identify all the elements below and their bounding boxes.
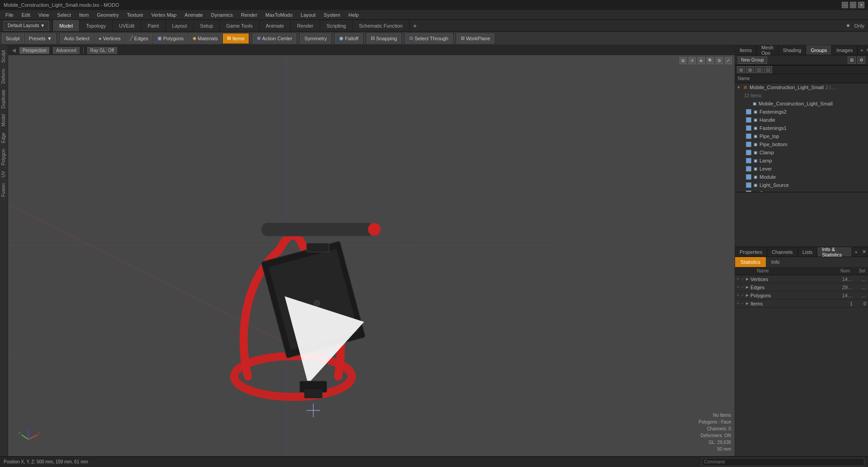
groups-filter-btn1[interactable]: ⊙ [737, 66, 745, 73]
presets-button[interactable]: Presets ▼ [25, 33, 56, 43]
groups-filter-btn3[interactable]: □ [755, 66, 763, 73]
sculpt-button[interactable]: Sculpt [2, 33, 24, 43]
tab-model[interactable]: Model [53, 20, 80, 31]
tab-topology[interactable]: Topology [80, 20, 113, 31]
tab-uvedit[interactable]: UVEdit [113, 20, 141, 31]
groups-filter-btn2[interactable]: ⊙ [746, 66, 754, 73]
snapping-button[interactable]: ⊟ Snapping [367, 33, 401, 43]
vertices-button[interactable]: ● Vertices [94, 33, 125, 43]
left-tab-edge[interactable]: Edge [0, 129, 8, 146]
items-button[interactable]: ⊞ Items [223, 33, 249, 43]
tree-check-2[interactable] [746, 117, 751, 123]
row-plus-polygons[interactable]: + [737, 293, 741, 297]
tree-check-4[interactable] [746, 133, 751, 139]
tree-row-10[interactable]: ▣ Light_Source [735, 181, 868, 189]
groups-expand-button[interactable]: ⊞ [848, 57, 856, 64]
tree-check-8[interactable] [746, 166, 751, 172]
viewport-expand-icon[interactable]: ⤢ [725, 57, 732, 64]
stats-row-vertices[interactable]: + − ▶ Vertices 14… … [735, 275, 868, 283]
tree-row-root[interactable]: ▼ ⊞ Mobile_Construction_Light_Small 2 ) … [735, 83, 868, 91]
rp-tab-shading[interactable]: Shading [778, 45, 806, 55]
menu-animate[interactable]: Animate [181, 11, 206, 19]
viewport-frame-icon[interactable]: ⊞ [679, 57, 687, 64]
menu-vertex-map[interactable]: Vertex Map [148, 11, 180, 19]
materials-button[interactable]: ◆ Materials [189, 33, 222, 43]
info-tab[interactable]: Info [766, 257, 785, 267]
tree-check-3[interactable] [746, 125, 751, 131]
tree-check-7[interactable] [746, 158, 751, 163]
perspective-button[interactable]: Perspective [19, 47, 49, 54]
tab-scripting[interactable]: Scripting [320, 20, 353, 31]
stats-row-items[interactable]: + − ▶ Items 1 0 [735, 300, 868, 308]
right-panel-close-icon[interactable]: ✕ [866, 48, 868, 52]
tree-check-9[interactable] [746, 174, 751, 180]
menu-system[interactable]: System [320, 11, 344, 19]
left-tab-deform[interactable]: Deform [0, 66, 8, 86]
command-label[interactable]: Command [704, 459, 725, 464]
viewport-nav-left[interactable]: ◀ [12, 47, 16, 53]
row-plus-items[interactable]: + [737, 301, 741, 305]
tab-render[interactable]: Render [291, 20, 320, 31]
rp-tab-mesh-ops[interactable]: Mesh Ops [757, 45, 778, 55]
tree-row-8[interactable]: ▣ Lever [735, 165, 868, 173]
menu-geometry[interactable]: Geometry [93, 11, 122, 19]
new-group-button[interactable]: New Group [738, 57, 767, 64]
groups-filter-btn4[interactable]: □ [764, 66, 772, 73]
row-plus-edges[interactable]: + [737, 285, 741, 289]
close-button[interactable]: ✕ [858, 2, 864, 8]
select-through-button[interactable]: ⊙ Select Through [405, 33, 452, 43]
minimize-button[interactable]: ─ [842, 2, 848, 8]
menu-select[interactable]: Select [53, 11, 75, 19]
tab-schematic[interactable]: Schematic Function [353, 20, 410, 31]
menu-render[interactable]: Render [237, 11, 261, 19]
groups-settings-button[interactable]: ⚙ [857, 57, 865, 64]
menu-dynamics[interactable]: Dynamics [208, 11, 236, 19]
row-arrow-polygons[interactable]: ▶ [746, 293, 750, 297]
tree-row-3[interactable]: ▣ Fastenings1 [735, 124, 868, 132]
action-center-button[interactable]: ⊕ Action Center [253, 33, 297, 43]
left-tab-polygon[interactable]: Polygon [0, 146, 8, 168]
stats-row-edges[interactable]: + − ▶ Edges 29… … [735, 283, 868, 291]
stats-row-polygons[interactable]: + − ▶ Polygons 14… … [735, 291, 868, 300]
tab-paint[interactable]: Paint [141, 20, 165, 31]
menu-view[interactable]: View [35, 11, 53, 19]
tree-row-0[interactable]: ▣ Mobile_Construction_Light_Small [735, 100, 868, 108]
maximize-button[interactable]: □ [850, 2, 856, 8]
auto-select-button[interactable]: Auto Select [60, 33, 94, 43]
viewport-refresh-icon[interactable]: ↺ [689, 57, 696, 64]
bt-close-button[interactable]: ✕ [860, 247, 868, 257]
workplane-button[interactable]: ⊠ WorkPlane [457, 33, 495, 43]
bt-tab-lists[interactable]: Lists [798, 247, 818, 257]
falloff-button[interactable]: ◉ Falloff [335, 33, 363, 43]
menu-help[interactable]: Help [345, 11, 363, 19]
bt-tab-channels[interactable]: Channels [767, 247, 797, 257]
viewport-search-icon[interactable]: 🔍 [707, 57, 714, 64]
menu-maxtomodo[interactable]: MaxToModo [262, 11, 296, 19]
tree-check-6[interactable] [746, 150, 751, 155]
tab-layout[interactable]: Layout [166, 20, 194, 31]
tree-row-7[interactable]: ▣ Lamp [735, 157, 868, 165]
add-layout-tab-button[interactable]: + [410, 20, 420, 31]
tree-check-10[interactable] [746, 182, 751, 188]
row-plus-vertices[interactable]: + [737, 277, 741, 281]
left-tab-duplicate[interactable]: Duplicate [0, 86, 8, 111]
viewport-zoom-icon[interactable]: ⊕ [698, 57, 705, 64]
row-arrow-edges[interactable]: ▶ [746, 285, 750, 289]
tree-row-1[interactable]: ▣ Fastenings2 [735, 108, 868, 116]
polygons-button[interactable]: ▣ Polygons [153, 33, 188, 43]
menu-layout[interactable]: Layout [297, 11, 319, 19]
tree-row-4[interactable]: ▣ Pipe_top [735, 132, 868, 140]
statistics-tab[interactable]: Statistics [735, 257, 766, 267]
viewport[interactable]: ◀ Perspective Advanced Ray GL: Off [8, 45, 735, 456]
tree-check-1[interactable] [746, 109, 751, 114]
tree-check-5[interactable] [746, 142, 751, 147]
menu-file[interactable]: File [2, 11, 17, 19]
rp-tab-groups[interactable]: Groups [806, 45, 832, 55]
advanced-button[interactable]: Advanced [53, 47, 79, 54]
rp-tab-images[interactable]: Images [832, 45, 858, 55]
bt-tab-info-stats[interactable]: Info & Statistics [817, 247, 852, 257]
row-arrow-vertices[interactable]: ▶ [746, 277, 750, 281]
left-tab-fusion[interactable]: Fusion [0, 180, 8, 200]
bt-tab-properties[interactable]: Properties [735, 247, 767, 257]
tree-row-9[interactable]: ▣ Module [735, 173, 868, 181]
